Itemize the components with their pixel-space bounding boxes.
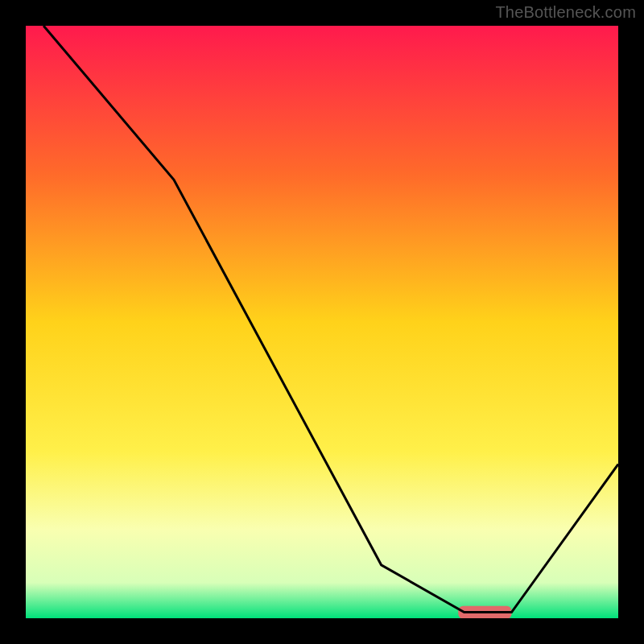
- watermark-label: TheBottleneck.com: [495, 3, 636, 22]
- bottleneck-chart: [0, 0, 644, 644]
- gradient-background: [26, 26, 618, 618]
- chart-frame: TheBottleneck.com: [0, 0, 644, 644]
